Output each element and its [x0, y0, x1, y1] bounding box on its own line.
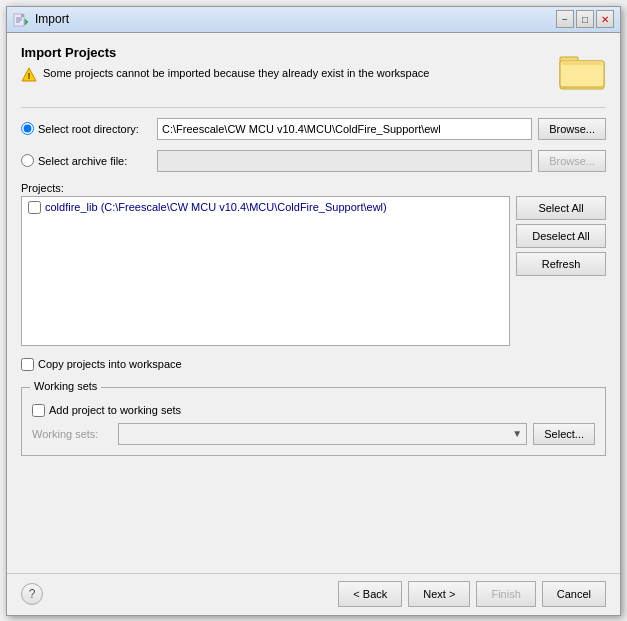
svg-marker-5 [25, 19, 28, 25]
warning-icon: ! [21, 67, 37, 83]
add-to-working-sets-checkbox[interactable] [32, 404, 45, 417]
titlebar-title: Import [35, 12, 69, 26]
archive-file-radio[interactable] [21, 154, 34, 167]
projects-area: coldfire_lib (C:\Freescale\CW MCU v10.4\… [21, 196, 606, 346]
working-sets-group: Working sets Add project to working sets… [21, 387, 606, 456]
svg-marker-1 [21, 14, 24, 17]
refresh-button[interactable]: Refresh [516, 252, 606, 276]
project-checkbox[interactable] [28, 201, 41, 214]
footer-left: ? [21, 583, 43, 605]
working-sets-label: Working sets: [32, 428, 112, 440]
dialog-content: Import Projects ! Some projects cannot b… [7, 33, 620, 573]
add-to-working-sets-row: Add project to working sets [32, 404, 595, 417]
working-sets-content: Add project to working sets Working sets… [32, 400, 595, 445]
page-header-left: Import Projects ! Some projects cannot b… [21, 45, 548, 83]
browse-root-button[interactable]: Browse... [538, 118, 606, 140]
minimize-button[interactable]: − [556, 10, 574, 28]
archive-file-radio-label[interactable]: Select archive file: [21, 154, 151, 167]
working-sets-select-row: Working sets: ▼ Select... [32, 423, 595, 445]
warning-text: Some projects cannot be imported because… [43, 66, 429, 81]
warning-row: ! Some projects cannot be imported becau… [21, 66, 548, 83]
copy-projects-label: Copy projects into workspace [38, 358, 182, 370]
copy-projects-checkbox[interactable] [21, 358, 34, 371]
titlebar-buttons: − □ ✕ [556, 10, 614, 28]
footer: ? < Back Next > Finish Cancel [7, 573, 620, 615]
projects-list[interactable]: coldfire_lib (C:\Freescale\CW MCU v10.4\… [21, 196, 510, 346]
page-title: Import Projects [21, 45, 548, 60]
root-directory-label: Select root directory: [38, 123, 139, 135]
working-sets-select-button[interactable]: Select... [533, 423, 595, 445]
working-sets-legend: Working sets [30, 380, 101, 392]
project-item-text: coldfire_lib (C:\Freescale\CW MCU v10.4\… [45, 201, 387, 213]
back-button[interactable]: < Back [338, 581, 402, 607]
dropdown-arrow-icon: ▼ [512, 428, 522, 439]
add-to-working-sets-label: Add project to working sets [49, 404, 181, 416]
copy-projects-row: Copy projects into workspace [21, 358, 606, 371]
archive-file-row: Select archive file: Browse... [21, 150, 606, 172]
titlebar-left: Import [13, 11, 69, 27]
root-directory-input[interactable] [157, 118, 532, 140]
list-item: coldfire_lib (C:\Freescale\CW MCU v10.4\… [24, 199, 507, 216]
archive-file-label: Select archive file: [38, 155, 127, 167]
archive-file-input[interactable] [157, 150, 532, 172]
svg-rect-11 [562, 61, 602, 65]
separator-1 [21, 107, 606, 108]
browse-archive-button[interactable]: Browse... [538, 150, 606, 172]
root-directory-radio-label[interactable]: Select root directory: [21, 122, 151, 135]
page-header: Import Projects ! Some projects cannot b… [21, 45, 606, 93]
projects-label: Projects: [21, 182, 606, 194]
folder-icon-large [558, 45, 606, 93]
working-sets-dropdown[interactable]: ▼ [118, 423, 527, 445]
select-all-button[interactable]: Select All [516, 196, 606, 220]
svg-text:!: ! [28, 71, 31, 81]
next-button[interactable]: Next > [408, 581, 470, 607]
root-directory-row: Select root directory: Browse... [21, 118, 606, 140]
import-icon [13, 11, 29, 27]
finish-button[interactable]: Finish [476, 581, 535, 607]
root-directory-radio[interactable] [21, 122, 34, 135]
titlebar: Import − □ ✕ [7, 7, 620, 33]
deselect-all-button[interactable]: Deselect All [516, 224, 606, 248]
import-dialog: Import − □ ✕ Import Projects ! Some proj… [6, 6, 621, 616]
side-buttons: Select All Deselect All Refresh [516, 196, 606, 346]
maximize-button[interactable]: □ [576, 10, 594, 28]
projects-section: Projects: coldfire_lib (C:\Freescale\CW … [21, 182, 606, 346]
help-button[interactable]: ? [21, 583, 43, 605]
close-button[interactable]: ✕ [596, 10, 614, 28]
cancel-button[interactable]: Cancel [542, 581, 606, 607]
footer-right: < Back Next > Finish Cancel [338, 581, 606, 607]
